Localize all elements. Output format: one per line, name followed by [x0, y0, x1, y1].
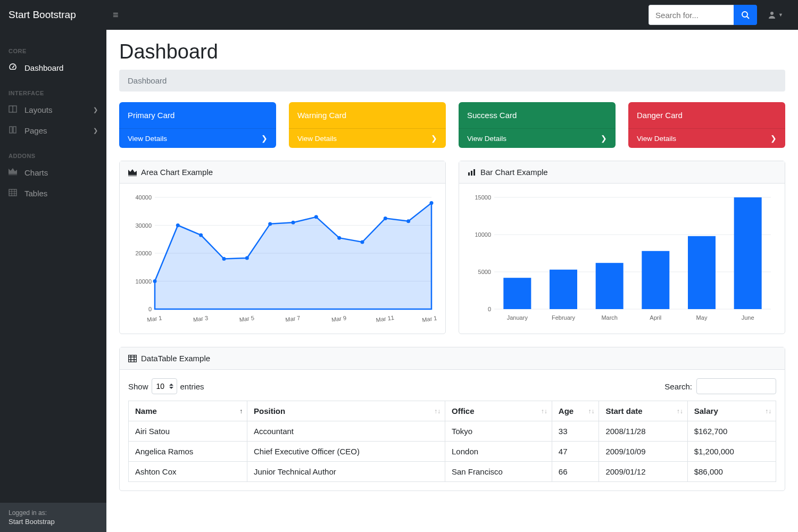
area-chart: 010000200003000040000Mar 1Mar 3Mar 5Mar …: [128, 192, 437, 325]
data-table: Name↑Position↑↓Office↑↓Age↑↓Start date↑↓…: [128, 401, 776, 482]
svg-line-1: [747, 16, 749, 19]
view-details-link[interactable]: View Details❯: [119, 128, 276, 148]
column-header[interactable]: Position↑↓: [247, 401, 445, 421]
svg-point-32: [406, 219, 410, 223]
datatable-search: Search:: [664, 378, 776, 394]
user-menu[interactable]: ▼: [761, 6, 789, 23]
table-icon: [128, 355, 137, 362]
svg-text:30000: 30000: [135, 222, 152, 229]
success-card: Success CardView Details❯: [459, 102, 616, 148]
area-chart-title: Area Chart Example: [141, 168, 213, 177]
table-cell: $162,700: [687, 421, 776, 442]
search-button[interactable]: [734, 5, 757, 25]
sidebar-item-charts[interactable]: Charts: [0, 162, 106, 183]
length-select[interactable]: 10: [152, 378, 177, 394]
table-cell: 2009/01/12: [599, 462, 687, 482]
svg-text:Mar 1: Mar 1: [147, 314, 163, 323]
sort-icon: ↑↓: [434, 408, 440, 415]
sort-icon: ↑↓: [677, 408, 683, 415]
table-cell: Junior Technical Author: [247, 462, 445, 482]
main-content: Dashboard Dashboard Primary CardView Det…: [106, 30, 798, 502]
svg-point-30: [361, 240, 364, 244]
column-header[interactable]: Office↑↓: [445, 401, 552, 421]
svg-point-31: [384, 217, 387, 220]
table-cell: Accountant: [247, 421, 445, 442]
column-header[interactable]: Salary↑↓: [687, 401, 776, 421]
svg-text:15000: 15000: [475, 194, 491, 201]
svg-text:Mar 3: Mar 3: [193, 314, 209, 323]
svg-text:May: May: [696, 314, 708, 321]
danger-card: Danger CardView Details❯: [628, 102, 785, 148]
warning-card: Warning CardView Details❯: [289, 102, 446, 148]
column-header[interactable]: Start date↑↓: [599, 401, 687, 421]
sidebar-heading: INTERFACE: [0, 78, 106, 99]
columns-icon: [9, 105, 20, 115]
svg-text:Mar 11: Mar 11: [376, 314, 395, 323]
brand[interactable]: Start Bootstrap: [9, 9, 109, 21]
view-details-link[interactable]: View Details❯: [289, 128, 446, 148]
primary-card: Primary CardView Details❯: [119, 102, 276, 148]
datatable-panel: DataTable Example Show 10 entries Search…: [119, 347, 785, 491]
chevron-right-icon: ❯: [261, 134, 268, 143]
card-title: Success Card: [459, 102, 616, 128]
sidebar-item-label: Charts: [24, 168, 48, 177]
length-prefix: Show: [128, 382, 148, 391]
svg-point-22: [176, 223, 180, 227]
svg-text:0: 0: [148, 306, 152, 312]
hamburger-icon: ≡: [113, 10, 119, 20]
svg-text:10000: 10000: [135, 278, 152, 285]
chevron-right-icon: ❯: [770, 134, 777, 143]
chevron-right-icon: ❯: [93, 127, 98, 134]
card-title: Warning Card: [289, 102, 446, 128]
table-cell: London: [445, 442, 552, 462]
view-details-link[interactable]: View Details❯: [628, 128, 785, 148]
user-icon: [768, 11, 776, 19]
card-title: Danger Card: [628, 102, 785, 128]
sidebar: COREDashboardINTERFACELayouts❯Pages❯ADDO…: [0, 30, 106, 502]
table-cell: 2009/10/09: [599, 442, 687, 462]
svg-rect-42: [471, 171, 472, 176]
svg-text:January: January: [507, 314, 528, 321]
svg-text:0: 0: [488, 306, 491, 312]
sidebar-item-tables[interactable]: Tables: [0, 183, 106, 204]
svg-text:March: March: [601, 314, 618, 321]
table-cell: $86,000: [687, 462, 776, 482]
area-chart-panel: Area Chart Example 010000200003000040000…: [119, 161, 446, 334]
search-group: [649, 5, 757, 25]
sidebar-item-label: Layouts: [24, 105, 53, 114]
svg-text:April: April: [650, 314, 661, 321]
sort-icon: ↑↓: [765, 408, 771, 415]
chevron-right-icon: ❯: [601, 134, 607, 143]
sidebar-item-dashboard[interactable]: Dashboard: [0, 57, 106, 78]
chart-icon: [9, 168, 20, 178]
table-row: Airi SatouAccountantTokyo332008/11/28$16…: [129, 421, 776, 442]
sidebar-item-layouts[interactable]: Layouts❯: [0, 99, 106, 120]
svg-rect-6: [9, 189, 16, 196]
column-header[interactable]: Age↑↓: [552, 401, 599, 421]
table-cell: Airi Satou: [129, 421, 247, 442]
sort-icon: ↑↓: [588, 408, 594, 415]
column-header[interactable]: Name↑: [129, 401, 247, 421]
search-input[interactable]: [649, 5, 734, 25]
sidebar-toggle-button[interactable]: ≡: [109, 5, 123, 25]
svg-rect-43: [473, 169, 475, 176]
topbar: Start Bootstrap ≡ ▼: [0, 0, 798, 30]
svg-text:Mar 5: Mar 5: [239, 314, 255, 323]
bar-chart-title: Bar Chart Example: [480, 168, 548, 177]
svg-text:5000: 5000: [478, 269, 491, 275]
datatable-search-input[interactable]: [696, 378, 776, 394]
table-cell: $1,200,000: [687, 442, 776, 462]
svg-point-0: [742, 12, 747, 17]
svg-text:10000: 10000: [475, 231, 491, 238]
sort-icon: ↑: [239, 408, 243, 415]
book-icon: [9, 126, 20, 136]
bar-chart-icon: [468, 169, 476, 176]
svg-rect-56: [596, 263, 624, 309]
chevron-right-icon: ❯: [93, 106, 98, 113]
svg-rect-58: [642, 251, 669, 309]
svg-rect-64: [129, 355, 137, 362]
svg-rect-52: [503, 278, 531, 309]
sidebar-item-pages[interactable]: Pages❯: [0, 120, 106, 141]
view-details-link[interactable]: View Details❯: [459, 128, 616, 148]
svg-point-29: [337, 236, 341, 240]
